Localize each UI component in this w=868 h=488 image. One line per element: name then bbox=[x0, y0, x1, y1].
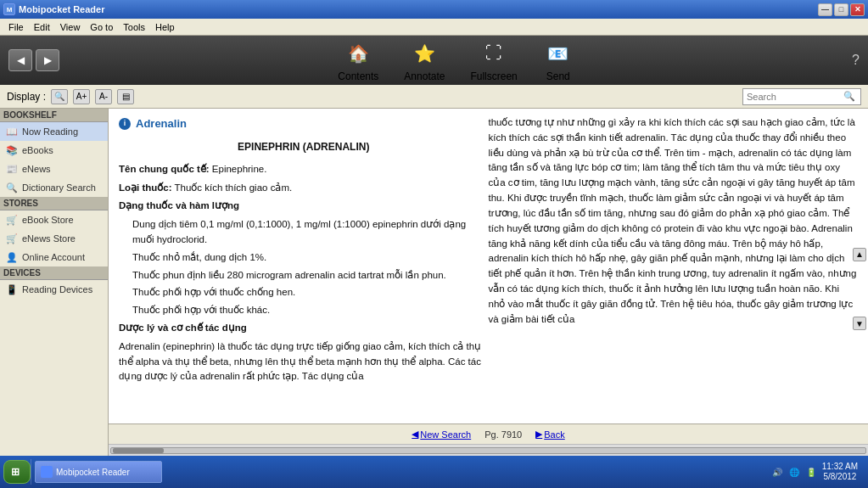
contents-icon: 🏠 bbox=[343, 39, 373, 68]
taskbar: ⊞ Mobipocket Reader 🔊 🌐 🔋 11:32 AM 5/8/2… bbox=[0, 456, 868, 488]
sidebar-reading-devices-label: Reading Devices bbox=[22, 284, 92, 294]
annotate-icon: ⭐ bbox=[409, 39, 440, 68]
search-input[interactable] bbox=[743, 89, 841, 104]
start-button[interactable]: ⊞ bbox=[3, 460, 31, 484]
section-heading: EPINEPHRIN (ADRENALIN) bbox=[119, 139, 489, 155]
sidebar-ebook-store-label: eBook Store bbox=[22, 215, 74, 225]
sidebar-item-enews-store[interactable]: 🛒 eNews Store bbox=[0, 229, 108, 248]
content-area: i Adrenalin EPINEPHRIN (ADRENALIN) Tên c… bbox=[109, 109, 868, 456]
menu-tools[interactable]: Tools bbox=[118, 20, 150, 34]
back-label: Back bbox=[544, 429, 564, 440]
toolbar: ◀ ▶ 🏠 Contents ⭐ Annotate ⛶ Fullscreen 📧… bbox=[0, 36, 868, 85]
zoom-out-button[interactable]: 🔍 bbox=[51, 89, 68, 104]
pharmacology-title-bold: Dược lý và cơ chế tác dụng bbox=[119, 323, 247, 333]
pharmacology-title: Dược lý và cơ chế tác dụng bbox=[119, 321, 489, 336]
tray-icon-2: 🌐 bbox=[788, 466, 800, 478]
online-account-icon: 👤 bbox=[5, 250, 19, 264]
bottom-bar: ◀ New Search Pg. 7910 ▶ Back bbox=[109, 423, 868, 444]
menu-file[interactable]: File bbox=[3, 20, 29, 34]
contents-button[interactable]: 🏠 Contents bbox=[338, 39, 378, 82]
title-bar-buttons: — □ ✕ bbox=[818, 3, 865, 16]
taskbar-app-label: Mobipocket Reader bbox=[56, 468, 130, 477]
app-title: Mobipocket Reader bbox=[19, 4, 104, 14]
h-scrollbar-thumb[interactable] bbox=[113, 448, 164, 453]
help-button[interactable]: ? bbox=[852, 53, 860, 68]
annotate-button[interactable]: ⭐ Annotate bbox=[404, 39, 445, 82]
system-clock: 11:32 AM 5/8/2012 bbox=[822, 462, 858, 482]
new-search-link[interactable]: ◀ New Search bbox=[412, 429, 471, 440]
sidebar-enews-store-label: eNews Store bbox=[22, 233, 76, 244]
sidebar-item-online-account[interactable]: 👤 Online Account bbox=[0, 248, 108, 266]
content-scroll: i Adrenalin EPINEPHRIN (ADRENALIN) Tên c… bbox=[109, 109, 868, 423]
send-label: Send bbox=[546, 70, 570, 82]
menu-view[interactable]: View bbox=[55, 20, 86, 34]
field-type-label: Loại thuốc: bbox=[119, 182, 172, 193]
sidebar-item-dictionary[interactable]: 🔍 Dictionary Search bbox=[0, 178, 108, 197]
toolbar-actions: 🏠 Contents ⭐ Annotate ⛶ Fullscreen 📧 Sen… bbox=[76, 39, 835, 82]
fullscreen-label: Fullscreen bbox=[470, 70, 517, 82]
h-scrollbar-track bbox=[110, 447, 866, 454]
taskbar-app-mobipocket[interactable]: Mobipocket Reader bbox=[35, 461, 162, 483]
book-title: i Adrenalin bbox=[119, 115, 489, 132]
maximize-button[interactable]: □ bbox=[834, 3, 848, 16]
clock-date: 5/8/2012 bbox=[822, 472, 858, 482]
menu-goto[interactable]: Go to bbox=[85, 20, 118, 34]
bookshelf-section-title: BOOKSHELF bbox=[0, 109, 108, 122]
main-layout: BOOKSHELF 📖 Now Reading 📚 eBooks 📰 eNews… bbox=[0, 109, 868, 456]
search-submit-button[interactable]: 🔍 bbox=[841, 89, 858, 104]
annotate-label: Annotate bbox=[404, 70, 445, 82]
clock-time: 11:32 AM bbox=[822, 462, 858, 472]
fullscreen-button[interactable]: ⛶ Fullscreen bbox=[470, 39, 517, 82]
scroll-up-arrow[interactable]: ▲ bbox=[853, 248, 866, 261]
ebook-store-icon: 🛒 bbox=[5, 213, 19, 227]
font-button[interactable]: A- bbox=[95, 89, 112, 104]
back-link[interactable]: ▶ Back bbox=[535, 429, 564, 440]
forward-nav-button[interactable]: ▶ bbox=[36, 49, 59, 71]
sub-toolbar: Display : 🔍 A+ A- ▤ 🔍 bbox=[0, 85, 868, 109]
sidebar-item-enews[interactable]: 📰 eNews bbox=[0, 160, 108, 178]
content-right-col: thuốc tương tự như những gì xảy ra khi k… bbox=[489, 115, 859, 417]
sidebar-online-account-label: Online Account bbox=[22, 252, 85, 262]
enews-icon: 📰 bbox=[5, 162, 19, 176]
book-title-icon: i bbox=[119, 118, 131, 130]
zoom-in-button[interactable]: A+ bbox=[73, 89, 90, 104]
close-button[interactable]: ✕ bbox=[850, 3, 865, 16]
back-icon: ▶ bbox=[535, 429, 542, 440]
title-bar-left: M Mobipocket Reader bbox=[3, 3, 104, 15]
back-nav-button[interactable]: ◀ bbox=[8, 49, 32, 71]
sidebar-now-reading-label: Now Reading bbox=[22, 126, 78, 137]
page-number: Pg. 7910 bbox=[484, 429, 522, 440]
sidebar-enews-label: eNews bbox=[22, 164, 51, 174]
search-box: 🔍 bbox=[742, 88, 861, 105]
para-3: Thuốc phun định liều 280 microgram adren… bbox=[132, 268, 489, 283]
scroll-down-arrow[interactable]: ▼ bbox=[853, 317, 866, 330]
sidebar-item-ebooks[interactable]: 📚 eBooks bbox=[0, 141, 108, 160]
taskbar-apps: Mobipocket Reader bbox=[35, 461, 764, 483]
field-name-label: Tên chung quốc tế: bbox=[119, 164, 210, 174]
send-button[interactable]: 📧 Send bbox=[543, 39, 574, 82]
field-name: Tên chung quốc tế: Epinephrine. bbox=[119, 162, 489, 177]
tray-icon-1: 🔊 bbox=[771, 466, 783, 478]
menu-bar: File Edit View Go to Tools Help bbox=[0, 19, 868, 36]
enews-store-icon: 🛒 bbox=[5, 232, 19, 245]
right-col-text: thuốc tương tự như những gì xảy ra khi k… bbox=[489, 115, 859, 327]
sidebar-item-ebook-store[interactable]: 🛒 eBook Store bbox=[0, 210, 108, 229]
sidebar-item-now-reading[interactable]: 📖 Now Reading bbox=[0, 122, 108, 141]
h-scrollbar[interactable] bbox=[109, 444, 868, 456]
ebooks-icon: 📚 bbox=[5, 143, 19, 157]
sidebar-item-reading-devices[interactable]: 📱 Reading Devices bbox=[0, 280, 108, 299]
send-icon: 📧 bbox=[543, 39, 574, 68]
para-5: Thuốc phối hợp với thuốc khác. bbox=[132, 303, 489, 318]
stores-section-title: STORES bbox=[0, 197, 108, 210]
layout-button[interactable]: ▤ bbox=[117, 89, 134, 104]
menu-help[interactable]: Help bbox=[150, 20, 180, 34]
fullscreen-icon: ⛶ bbox=[479, 39, 509, 68]
menu-edit[interactable]: Edit bbox=[29, 20, 55, 34]
minimize-button[interactable]: — bbox=[818, 3, 832, 16]
content-left-col: i Adrenalin EPINEPHRIN (ADRENALIN) Tên c… bbox=[119, 115, 489, 417]
display-label: Display : bbox=[7, 91, 46, 103]
field-type: Loại thuốc: Thuốc kích thích giao cảm. bbox=[119, 181, 489, 196]
para-1: Dung dịch tiêm 0,1 mg/ml (0,1:1000), 1 m… bbox=[132, 217, 489, 248]
para-2: Thuốc nhỏ mắt, dung dịch 1%. bbox=[132, 250, 489, 266]
new-search-label: New Search bbox=[420, 429, 471, 440]
